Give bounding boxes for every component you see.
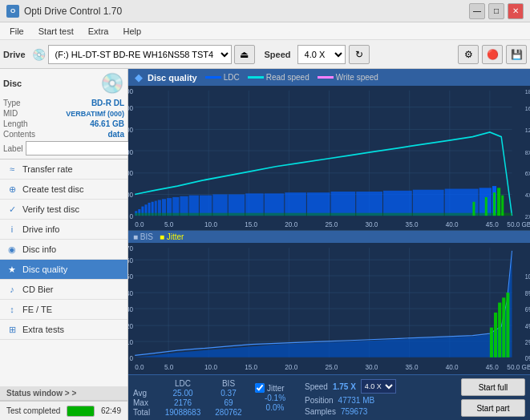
jitter-legend-label: ■ Jitter xyxy=(160,232,184,241)
sidebar-label-extra-tests: Extra tests xyxy=(22,325,64,334)
jitter-header: Jitter xyxy=(255,383,295,393)
status-window-section[interactable]: Status window > > xyxy=(0,386,127,401)
disc-panel: Disc 💿 Type BD-R DL MID VERBATIMf (000) … xyxy=(0,69,127,160)
svg-rect-119 xyxy=(506,293,509,357)
disc-quality-header: ◆ Disc quality LDC Read speed Write spee… xyxy=(128,69,530,86)
maximize-button[interactable]: □ xyxy=(488,3,504,19)
progress-bar-container xyxy=(67,406,95,417)
jitter-column: Jitter -0.1% 0.0% xyxy=(255,383,295,412)
sidebar-item-fe-te[interactable]: ↕ FE / TE xyxy=(0,300,127,320)
disc-label-label: Label xyxy=(3,144,22,153)
action-buttons: Start full Start part xyxy=(461,378,525,417)
speed-selector[interactable]: 4.0 X Max 1.0 X 2.0 X 6.0 X xyxy=(297,45,346,64)
svg-rect-116 xyxy=(494,312,497,357)
speed-section-label: Speed xyxy=(305,382,328,391)
sidebar-label-create-test-disc: Create test disc xyxy=(22,184,83,194)
refresh-button[interactable]: ↻ xyxy=(349,45,370,64)
sidebar-item-disc-info[interactable]: ◉ Disc info xyxy=(0,240,127,260)
svg-text:50.0 GB: 50.0 GB xyxy=(507,220,530,229)
sidebar-item-drive-info[interactable]: i Drive info xyxy=(0,220,127,240)
stats-max-label: Max xyxy=(133,398,157,407)
start-part-button[interactable]: Start part xyxy=(461,399,525,417)
menu-help[interactable]: Help xyxy=(116,25,148,38)
status-time: 62:49 xyxy=(101,406,121,415)
sidebar-item-disc-quality[interactable]: ★ Disc quality xyxy=(0,260,127,280)
bottom-chart-container: ■ BIS ■ Jitter xyxy=(128,231,530,375)
menu-extra[interactable]: Extra xyxy=(82,25,115,38)
stats-avg-ldc: 25.00 xyxy=(159,389,207,398)
svg-text:30.0: 30.0 xyxy=(365,362,378,371)
settings-button[interactable]: ⚙ xyxy=(458,45,479,64)
svg-rect-58 xyxy=(285,192,306,216)
fe-te-icon: ↕ xyxy=(6,304,18,315)
stats-empty-header xyxy=(133,379,157,388)
drive-toolbar: Drive 💿 (F:) HL-DT-ST BD-RE WH16NS58 TST… xyxy=(0,40,530,69)
menu-start-test[interactable]: Start test xyxy=(32,25,80,38)
legend-ldc: LDC xyxy=(205,73,240,82)
disc-icon: 💿 xyxy=(100,72,124,95)
sidebar-item-cd-bier[interactable]: ♪ CD Bier xyxy=(0,280,127,300)
svg-text:16X: 16X xyxy=(525,105,530,113)
info-button[interactable]: 🔴 xyxy=(482,45,503,64)
jitter-avg-row: -0.1% xyxy=(255,394,295,402)
svg-text:0: 0 xyxy=(130,353,134,361)
start-full-button[interactable]: Start full xyxy=(461,378,525,396)
stats-max-bis: 69 xyxy=(208,398,249,407)
title-bar-left: O Opti Drive Control 1.70 xyxy=(6,5,122,18)
speed-row: Speed 1.75 X 4.0 X xyxy=(305,379,396,394)
bottom-chart-svg: 0 10 20 30 40 50 60 70 0% 2% 4% 6% 8% 10… xyxy=(128,243,530,373)
svg-rect-56 xyxy=(245,193,263,216)
svg-text:50: 50 xyxy=(128,271,133,280)
speed-select-control[interactable]: 4.0 X xyxy=(361,379,396,394)
title-bar: O Opti Drive Control 1.70 — □ ✕ xyxy=(0,0,530,22)
disc-quality-icon: ★ xyxy=(6,264,18,275)
svg-text:0.0: 0.0 xyxy=(135,362,144,371)
svg-rect-57 xyxy=(265,193,285,216)
position-row: Position 47731 MB xyxy=(305,396,396,405)
legend-write-speed: Write speed xyxy=(318,73,378,82)
svg-rect-117 xyxy=(498,302,501,357)
svg-text:45.0: 45.0 xyxy=(486,362,499,371)
minimize-button[interactable]: — xyxy=(469,3,485,19)
svg-rect-62 xyxy=(383,191,412,216)
drive-icon: 💿 xyxy=(32,48,46,61)
save-button[interactable]: 💾 xyxy=(506,45,527,64)
jitter-checkbox[interactable] xyxy=(255,383,265,393)
svg-text:5.0: 5.0 xyxy=(164,220,173,229)
stats-total-label: Total xyxy=(133,408,157,417)
sidebar-label-fe-te: FE / TE xyxy=(22,305,52,314)
svg-text:8%: 8% xyxy=(525,289,530,297)
disc-label-input[interactable] xyxy=(26,141,132,155)
svg-text:40.0: 40.0 xyxy=(446,220,459,229)
stats-ldc-header: LDC xyxy=(159,379,207,388)
sidebar-item-extra-tests[interactable]: ⊞ Extra tests xyxy=(0,320,127,340)
title-bar-buttons: — □ ✕ xyxy=(469,3,524,19)
stats-bis-header: BIS xyxy=(208,379,249,388)
svg-text:40.0: 40.0 xyxy=(446,362,459,371)
drive-selector[interactable]: (F:) HL-DT-ST BD-RE WH16NS58 TST4 xyxy=(48,45,232,64)
stats-total-bis: 280762 xyxy=(208,408,249,417)
position-label: Position xyxy=(305,396,334,405)
svg-text:50.0 GB: 50.0 GB xyxy=(507,362,530,371)
svg-text:18X: 18X xyxy=(525,88,530,96)
sidebar-item-transfer-rate[interactable]: ≈ Transfer rate xyxy=(0,160,127,180)
sidebar-item-verify-test-disc[interactable]: ✓ Verify test disc xyxy=(0,200,127,220)
status-window-label: Status window > > xyxy=(6,389,76,398)
close-button[interactable]: ✕ xyxy=(508,3,524,19)
svg-rect-61 xyxy=(356,192,382,216)
eject-button[interactable]: ⏏ xyxy=(234,45,255,64)
svg-text:6%: 6% xyxy=(525,305,530,313)
svg-text:1000: 1000 xyxy=(128,169,133,178)
menu-file[interactable]: File xyxy=(3,25,30,38)
sidebar-label-disc-info: Disc info xyxy=(22,244,56,254)
svg-text:0: 0 xyxy=(130,212,134,220)
top-chart-svg: 0 500 1000 1500 2000 2500 3000 2X 4X 6X … xyxy=(128,86,530,230)
svg-rect-60 xyxy=(331,192,356,216)
sidebar-item-create-test-disc[interactable]: ⊕ Create test disc xyxy=(0,180,127,200)
position-value: 47731 MB xyxy=(338,396,375,405)
svg-text:0.0: 0.0 xyxy=(135,220,144,229)
svg-text:40: 40 xyxy=(128,289,133,297)
sidebar-label-drive-info: Drive info xyxy=(22,224,59,234)
svg-text:70: 70 xyxy=(128,244,133,252)
sidebar-label-cd-bier: CD Bier xyxy=(22,285,54,294)
